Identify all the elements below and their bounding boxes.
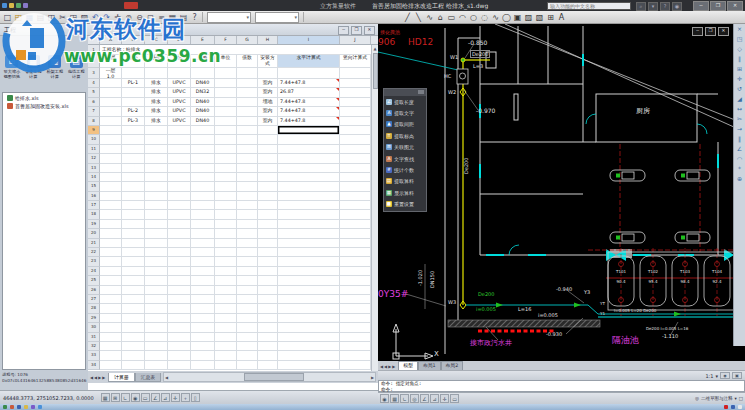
row-header[interactable]: 14	[88, 173, 100, 182]
cell[interactable]	[100, 239, 122, 248]
cell[interactable]	[237, 257, 258, 266]
cell[interactable]: 排水	[145, 117, 168, 126]
cell[interactable]	[145, 239, 168, 248]
cell[interactable]	[278, 220, 340, 229]
cell[interactable]	[145, 154, 168, 163]
row-header[interactable]: 22	[88, 248, 100, 257]
cell[interactable]	[145, 323, 168, 332]
cell[interactable]	[215, 248, 237, 257]
cell[interactable]	[168, 276, 191, 285]
cell[interactable]	[145, 210, 168, 219]
cell[interactable]	[100, 229, 122, 238]
cell[interactable]	[340, 257, 371, 266]
cell[interactable]	[215, 98, 237, 107]
tab-layout2[interactable]: 布局2	[441, 361, 464, 370]
cell[interactable]	[278, 314, 340, 323]
header-cell-I[interactable]: 水平计算式	[278, 55, 340, 68]
drafting-toggle-icon[interactable]: ∠	[420, 394, 429, 403]
column-header-J[interactable]: J	[340, 36, 371, 44]
cell[interactable]	[340, 267, 371, 276]
cell[interactable]	[145, 267, 168, 276]
cell[interactable]	[215, 68, 237, 79]
cell[interactable]	[258, 295, 278, 304]
cell[interactable]	[100, 351, 122, 360]
header-cell-F[interactable]: 单位	[215, 55, 237, 68]
cell[interactable]	[168, 173, 191, 182]
cell[interactable]	[191, 164, 215, 173]
cell[interactable]	[237, 88, 258, 97]
cell[interactable]	[100, 342, 122, 351]
cell[interactable]	[191, 154, 215, 163]
palette-title-bar[interactable]	[384, 89, 426, 96]
cell[interactable]	[145, 333, 168, 342]
cell[interactable]	[340, 323, 371, 332]
cell[interactable]	[237, 351, 258, 360]
cell[interactable]	[215, 239, 237, 248]
cell[interactable]	[340, 304, 371, 313]
cell[interactable]: 排水	[145, 88, 168, 97]
cell[interactable]	[100, 145, 122, 154]
cell[interactable]	[122, 295, 145, 304]
cell[interactable]: 埋地	[258, 98, 278, 107]
cell[interactable]	[100, 314, 122, 323]
cell[interactable]	[122, 182, 145, 191]
clean-screen-icon[interactable]: □	[739, 396, 743, 401]
row-header[interactable]: 24	[88, 267, 100, 276]
cell[interactable]	[191, 342, 215, 351]
cell[interactable]	[237, 210, 258, 219]
cell[interactable]	[237, 68, 258, 79]
column-header-G[interactable]: G	[237, 36, 258, 44]
cell[interactable]	[215, 173, 237, 182]
drafting-toggle-icon[interactable]: ◎	[410, 394, 419, 403]
cell[interactable]	[100, 126, 122, 135]
cell[interactable]: UPVC	[168, 88, 191, 97]
cell[interactable]	[168, 164, 191, 173]
palette-item[interactable]: #统计个数	[384, 164, 426, 175]
cell[interactable]	[215, 164, 237, 173]
cell[interactable]	[340, 248, 371, 257]
cell[interactable]	[215, 107, 237, 116]
cell[interactable]	[100, 323, 122, 332]
cell[interactable]	[340, 351, 371, 360]
cell[interactable]	[237, 342, 258, 351]
cell[interactable]	[237, 295, 258, 304]
cell[interactable]	[340, 107, 371, 116]
cell[interactable]	[340, 154, 371, 163]
cell[interactable]	[258, 210, 278, 219]
cell[interactable]	[258, 135, 278, 144]
cell[interactable]	[278, 248, 340, 257]
drawing-close-button[interactable]: ✕	[718, 27, 729, 36]
cell[interactable]	[145, 351, 168, 360]
drafting-toggle-icon[interactable]: ▭	[450, 394, 459, 403]
cell[interactable]	[215, 88, 237, 97]
quick-open-icon[interactable]	[16, 3, 21, 8]
help-icon[interactable]: ?	[189, 12, 200, 23]
row-header[interactable]: 16	[88, 192, 100, 201]
status-toggle-icon[interactable]: ⊞	[111, 393, 120, 402]
cell[interactable]	[191, 68, 215, 79]
row-header[interactable]: 12	[88, 154, 100, 163]
palette-item[interactable]: A文字查找	[384, 153, 426, 164]
row-header[interactable]: 13	[88, 164, 100, 173]
line-icon[interactable]: ╱	[402, 12, 413, 23]
cell[interactable]	[100, 201, 122, 210]
tray-icon[interactable]	[731, 405, 735, 409]
cell[interactable]	[215, 79, 237, 88]
cell[interactable]	[237, 276, 258, 285]
cell[interactable]	[340, 361, 371, 370]
cell[interactable]	[191, 210, 215, 219]
cell[interactable]	[278, 351, 340, 360]
cell[interactable]	[168, 229, 191, 238]
cell[interactable]	[215, 314, 237, 323]
cell[interactable]	[100, 192, 122, 201]
cell[interactable]	[237, 229, 258, 238]
cell[interactable]	[168, 351, 191, 360]
props-icon[interactable]: ▤	[178, 12, 189, 23]
cell[interactable]	[122, 173, 145, 182]
cell[interactable]	[100, 220, 122, 229]
sheet-tab-summary[interactable]: 汇总表	[135, 373, 161, 382]
cell[interactable]	[258, 220, 278, 229]
cell[interactable]	[258, 304, 278, 313]
cell[interactable]	[258, 257, 278, 266]
cell[interactable]	[237, 182, 258, 191]
